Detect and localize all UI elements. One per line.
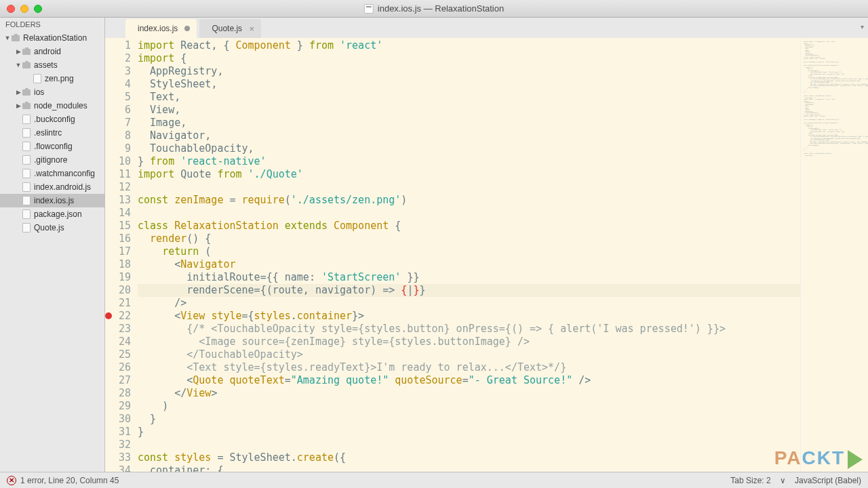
file-item[interactable]: zen.png: [0, 72, 104, 85]
file-item[interactable]: Quote.js: [0, 221, 104, 235]
file-item[interactable]: package.json: [0, 207, 104, 221]
file-item[interactable]: index.android.js: [0, 180, 104, 194]
traffic-lights: [0, 5, 42, 13]
tree-item-label: .gitignore: [34, 155, 67, 165]
status-cursor[interactable]: 1 error, Line 20, Column 45: [20, 476, 119, 485]
maximize-window-button[interactable]: [34, 5, 42, 13]
folder-item[interactable]: ▼assets: [0, 58, 104, 72]
tree-item-label: zen.png: [45, 74, 74, 83]
minimap-content: import React, { Component } from 'react'…: [804, 41, 865, 156]
file-item[interactable]: .gitignore: [0, 153, 104, 167]
tree-item-label: index.ios.js: [34, 196, 74, 205]
sidebar: FOLDERS ▼RelaxationStation▶android▼asset…: [0, 18, 105, 472]
disclosure-triangle-icon[interactable]: ▼: [4, 35, 11, 41]
folder-icon: [22, 101, 31, 110]
close-window-button[interactable]: [7, 5, 15, 13]
tree-item-label: .eslintrc: [34, 128, 62, 138]
folder-icon: [22, 87, 31, 97]
file-item[interactable]: index.ios.js: [0, 194, 104, 207]
packt-logo: PACKT: [774, 447, 863, 469]
status-tab-size[interactable]: Tab Size: 2: [730, 476, 770, 485]
tab-label: index.ios.js: [138, 24, 178, 33]
file-item[interactable]: .buckconfig: [0, 113, 104, 126]
window-title-text: index.ios.js — RelaxationStation: [378, 3, 504, 14]
disclosure-triangle-icon[interactable]: ▶: [15, 89, 22, 96]
file-icon: [22, 209, 31, 219]
folder-icon: [22, 47, 31, 56]
tree-item-label: android: [34, 47, 61, 56]
tree-item-label: index.android.js: [34, 182, 91, 192]
file-item[interactable]: .watchmanconfig: [0, 167, 104, 180]
tree-item-label: node_modules: [34, 101, 87, 110]
file-tree[interactable]: ▼RelaxationStation▶android▼assetszen.png…: [0, 31, 104, 472]
tree-item-label: .buckconfig: [34, 115, 75, 124]
editor-area: index.ios.jsQuote.js×▾ 12345678910111213…: [105, 18, 868, 472]
tab-overflow-icon[interactable]: ▾: [861, 23, 864, 30]
code-editor[interactable]: import React, { Component } from 'react'…: [138, 38, 800, 472]
close-tab-icon[interactable]: ×: [249, 24, 254, 34]
folder-icon: [11, 33, 20, 43]
tree-item-label: Quote.js: [34, 223, 64, 232]
tree-item-label: package.json: [34, 209, 82, 219]
disclosure-triangle-icon[interactable]: ▶: [15, 48, 22, 55]
breakpoint-icon[interactable]: [105, 312, 112, 319]
minimize-window-button[interactable]: [20, 5, 28, 13]
file-icon: [22, 115, 31, 124]
file-icon: [22, 169, 31, 178]
error-icon[interactable]: ✕: [7, 476, 16, 485]
file-icon: [22, 223, 31, 232]
window-title: index.ios.js — RelaxationStation: [364, 3, 504, 14]
file-icon: [22, 182, 31, 192]
folder-item[interactable]: ▶ios: [0, 85, 104, 99]
folder-item[interactable]: ▶node_modules: [0, 99, 104, 113]
tree-item-label: assets: [34, 60, 58, 70]
tree-item-label: ios: [34, 87, 44, 97]
file-icon: [22, 196, 31, 205]
image-file-icon: [33, 74, 42, 83]
line-gutter[interactable]: 1234567891011121314151617181920212223242…: [105, 38, 138, 472]
folder-icon: [22, 60, 31, 70]
tree-item-label: RelaxationStation: [23, 33, 87, 43]
disclosure-triangle-icon[interactable]: ▶: [15, 102, 22, 109]
tab-label: Quote.js: [212, 24, 242, 33]
disclosure-triangle-icon[interactable]: ▼: [15, 62, 22, 68]
sidebar-header: FOLDERS: [0, 18, 104, 31]
status-bar: ✕ 1 error, Line 20, Column 45 Tab Size: …: [0, 472, 868, 488]
file-icon: [22, 155, 31, 165]
tab-bar[interactable]: index.ios.jsQuote.js×▾: [105, 18, 868, 38]
file-icon: [22, 142, 31, 151]
file-icon: [22, 128, 31, 138]
file-item[interactable]: .eslintrc: [0, 126, 104, 140]
window-titlebar: index.ios.js — RelaxationStation: [0, 0, 868, 18]
status-vim-mode[interactable]: ∨: [781, 476, 785, 485]
tree-item-label: .flowconfig: [34, 142, 73, 151]
file-item[interactable]: .flowconfig: [0, 140, 104, 153]
folder-item[interactable]: ▼RelaxationStation: [0, 31, 104, 45]
status-language[interactable]: JavaScript (Babel): [795, 476, 861, 485]
file-icon: [364, 4, 374, 14]
tree-item-label: .watchmanconfig: [34, 169, 95, 178]
play-icon: [848, 450, 863, 469]
editor-tab[interactable]: index.ios.js: [125, 19, 197, 38]
folder-item[interactable]: ▶android: [0, 45, 104, 58]
dirty-indicator-icon: [184, 26, 190, 31]
editor-tab[interactable]: Quote.js×: [199, 19, 261, 38]
minimap[interactable]: import React, { Component } from 'react'…: [800, 38, 868, 472]
